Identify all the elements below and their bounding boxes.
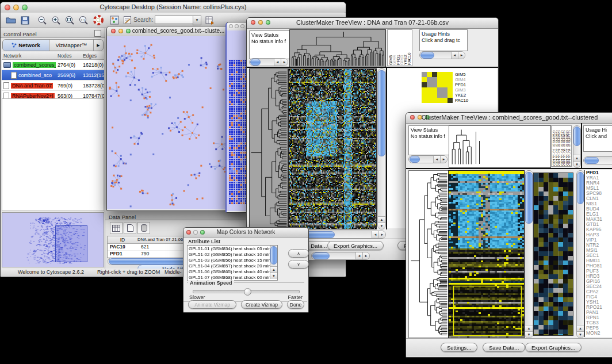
tv1-status-scrollbar[interactable]: ◄ ► [249,58,288,66]
move-down-button[interactable]: ∨ [288,260,309,269]
slider-thumb[interactable] [244,288,251,296]
treeview2-title: ClusterMaker TreeView : combined_scores_… [406,114,612,121]
col-edges[interactable]: Edges [81,53,104,59]
zoom-fit-icon[interactable]: 1:1 [78,14,89,26]
tv1-zoom-scrollbar[interactable]: ◄ ► [311,252,370,260]
tv1-heatmap-vscrollbar[interactable]: ▲ ▼ [377,68,386,229]
attribute-list-vscrollbar[interactable]: ▲ ▼ [270,246,277,279]
tv2-zoom-heatmap[interactable] [533,173,573,336]
dialog-title-bar[interactable]: Map Colors to Network [183,228,308,237]
tab-overflow-arrow[interactable]: ▶ [94,40,103,51]
vizmapper-icon[interactable] [109,14,120,26]
attribute-list-item[interactable]: GPL51-04 (GSM857) heat shock 20 min [189,263,276,269]
gene-list-item[interactable]: MON2 [585,331,612,336]
zoom-selected-icon[interactable] [64,14,75,26]
scroll-down-icon[interactable]: ▼ [525,331,533,338]
network-row[interactable]: combined_sco2569(6)13112(15) [2,70,104,81]
scroll-down-icon[interactable]: ▼ [573,161,580,167]
network-row[interactable]: combined_scores_2764(0)16218(0) [2,60,104,70]
network-row[interactable]: DNA and Tran 07769(0)183728(0) [2,81,104,91]
scroll-down-icon[interactable]: ▼ [378,223,385,229]
scroll-right-icon[interactable]: ► [440,156,447,163]
scroll-left-icon[interactable]: ◄ [433,156,440,163]
tv2-heatmap-vscrollbar[interactable]: ▲ ▼ [525,170,533,338]
scroll-left-icon[interactable]: ◄ [355,252,362,259]
scroll-up-icon[interactable]: ▲ [270,266,277,273]
main-title-bar[interactable]: Cytoscape Desktop (Session Name: collins… [1,2,346,13]
attribute-list-item[interactable]: GPL51-03 (GSM856) heat shock 15 min [189,258,276,263]
scroll-up-icon[interactable]: ▲ [573,155,580,161]
col-network[interactable]: Network [2,53,56,59]
scroll-up-icon[interactable]: ▲ [378,216,385,223]
dialog-button-create-vizmap[interactable]: Create Vizmap [241,300,282,309]
scroll-left-icon[interactable]: ◄ [451,52,458,59]
tv2-hints-scrollbar[interactable]: ◄ ► [583,156,612,164]
search-dropdown-icon[interactable]: ▼ [193,16,201,25]
scroll-right-icon[interactable]: ► [458,52,465,59]
scroll-right-icon[interactable]: ► [281,59,288,66]
zoom-window-icon[interactable] [240,24,244,28]
tv2-button-export-graphics-[interactable]: Export Graphics... [525,343,582,352]
tab-network[interactable]: Network [3,40,49,51]
tv1-gene-label[interactable]: GIM4 [455,77,478,82]
col-nodes[interactable]: Nodes [56,53,81,59]
tv2-row-dendrogram[interactable] [408,170,449,338]
tv2-column-dendrogram[interactable] [449,125,551,168]
close-icon[interactable] [229,24,233,28]
tv2-button-save-data-[interactable]: Save Data... [483,343,525,352]
tv1-global-heatmap[interactable] [288,68,377,229]
save-session-icon[interactable] [19,14,30,26]
minimize-icon[interactable] [235,24,239,28]
delete-attribute-icon[interactable] [137,222,150,234]
float-panel-icon[interactable] [94,30,101,37]
scroll-down-icon[interactable]: ▼ [577,331,584,338]
tv1-gene-label[interactable]: PAC10 [455,98,478,103]
grid-network-canvas[interactable] [228,59,248,204]
tv2-status-scrollbar[interactable]: ◄ ► [408,155,447,163]
tv2-button-settings-[interactable]: Settings... [441,343,477,352]
tv1-button-export-graphics-[interactable]: Export Graphics... [327,241,384,250]
scroll-right-icon[interactable]: ► [362,252,369,259]
id-column-header[interactable]: ID [108,236,137,243]
tv2-global-heatmap[interactable] [448,170,525,338]
tv1-gene-label[interactable]: GIM3 [455,87,478,93]
scroll-right-icon[interactable]: ► [378,231,385,238]
move-up-button[interactable]: ∧ [288,249,309,258]
network-name-label: DNA and Tran 07 [11,83,53,89]
import-table-icon[interactable] [204,14,216,26]
attribute-list-item[interactable]: GPL51-02 (GSM855) heat shock 10 min [189,252,276,258]
scroll-left-icon[interactable]: ◄ [274,59,281,66]
scroll-left-icon[interactable]: ◄ [372,231,378,238]
attribute-list-item[interactable]: GPL51-01 (GSM854) heat shock 05 min [189,246,276,252]
tv2-labels-vscrollbar[interactable]: ▲ ▼ [573,125,581,168]
tv2-genes-vscrollbar[interactable]: ▲ ▼ [576,170,584,338]
birdseye-overview[interactable] [2,212,104,267]
dialog-button-done[interactable]: Done [287,300,304,309]
attribute-list[interactable]: GPL51-01 (GSM854) heat shock 05 minGPL51… [187,245,278,281]
tv2-gene-list[interactable]: PFD1YRA1RNR4MSL1SPC98CLN1NIS1BUD4ELG1MAK… [584,170,612,337]
zoom-out-icon[interactable] [36,14,48,26]
animation-speed-slider[interactable] [193,290,300,293]
tv1-column-dendrogram[interactable] [289,29,386,67]
tab-vizmapper[interactable]: VizMapper™ [49,40,94,51]
scroll-up-icon[interactable]: ▲ [525,325,533,331]
help-lifering-icon[interactable] [93,14,104,26]
open-session-icon[interactable] [5,14,17,26]
annotation-icon[interactable] [121,14,133,26]
treeview2-title-bar[interactable]: ClusterMaker TreeView : combined_scores_… [406,113,612,124]
zoom-in-icon[interactable] [50,14,62,26]
search-input[interactable] [155,16,194,24]
new-attribute-icon[interactable] [124,222,136,234]
tv1-row-dendrogram[interactable] [249,68,288,229]
tv1-gene-label[interactable]: PFD1 [455,82,478,87]
scroll-up-icon[interactable]: ▲ [577,325,584,331]
network-nodes-count: 2569(6) [56,72,81,78]
tv1-zoom-heatmap[interactable] [422,72,453,103]
tv1-hints-scrollbar[interactable]: ◄ ► [419,51,465,59]
tv1-gene-label[interactable]: GIM5 [455,72,478,77]
table-select-icon[interactable] [110,222,123,234]
treeview1-title-bar[interactable]: ClusterMaker TreeView : DNA and Tran 07-… [247,18,498,29]
attribute-list-item[interactable]: GPL51-06 (GSM865) heat shock 40 min [189,269,276,275]
tv1-gene-label[interactable]: YKE2 [455,93,478,98]
scroll-down-icon[interactable]: ▼ [270,273,277,279]
